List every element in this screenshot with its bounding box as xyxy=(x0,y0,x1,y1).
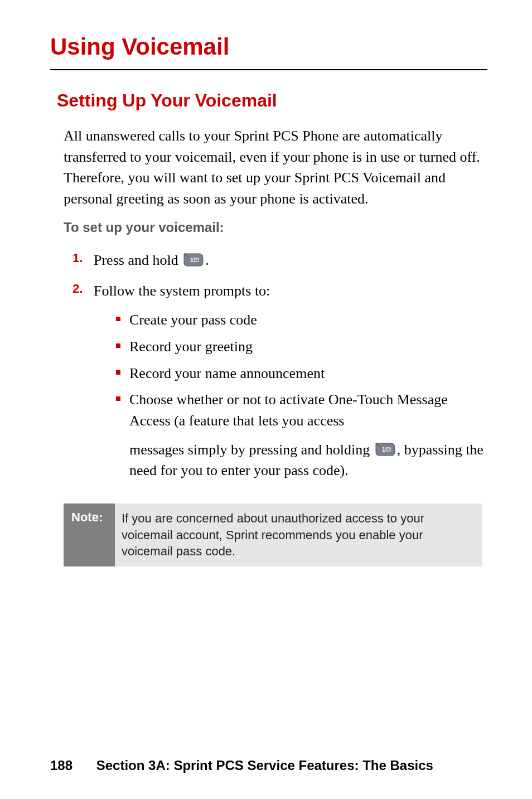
bullet-4-sub: messages simply by pressing and holding … xyxy=(129,439,487,481)
bullet-1: Create your pass code xyxy=(116,309,487,331)
step-1-text-pre: Press and hold xyxy=(94,252,182,268)
intro-paragraph: All unanswered calls to your Sprint PCS … xyxy=(64,125,482,210)
step-1-content: Press and hold 1 . xyxy=(94,250,487,271)
step-2-text: Follow the system prompts to: xyxy=(94,283,270,299)
step-1-number: 1. xyxy=(72,250,94,271)
note-label: Note: xyxy=(64,503,115,566)
bullet-4-text: Choose whether or not to activate One-To… xyxy=(129,389,487,481)
bullet-2-text: Record your greeting xyxy=(129,336,487,357)
bullet-1-text: Create your pass code xyxy=(129,309,487,331)
bullet-4: Choose whether or not to activate One-To… xyxy=(116,389,487,481)
bullet-3-text: Record your name announcement xyxy=(129,363,487,384)
setup-steps: 1. Press and hold 1 . 2. Follow the syst… xyxy=(72,250,487,487)
page-title: Using Voicemail xyxy=(50,33,487,70)
setup-subheading: To set up your voicemail: xyxy=(64,220,487,235)
step-2-number: 2. xyxy=(72,280,94,487)
step-2-content: Follow the system prompts to: Create you… xyxy=(94,280,487,487)
bullet-square-icon xyxy=(116,370,120,375)
key-1-icon: 1 xyxy=(375,442,396,456)
page-footer: 188 Section 3A: Sprint PCS Service Featu… xyxy=(50,758,433,773)
step-1: 1. Press and hold 1 . xyxy=(72,250,487,271)
bullet-4-sub-pre: messages simply by pressing and holding xyxy=(129,442,374,458)
section-title: Setting Up Your Voicemail xyxy=(57,90,487,111)
bullet-square-icon xyxy=(116,317,120,321)
note-box: Note: If you are concerned about unautho… xyxy=(64,503,482,566)
key-1-icon: 1 xyxy=(183,252,204,267)
bullet-square-icon xyxy=(116,343,120,348)
step-2: 2. Follow the system prompts to: Create … xyxy=(72,280,487,487)
step-2-bullets: Create your pass code Record your greeti… xyxy=(116,309,487,481)
bullet-4-line1: Choose whether or not to activate One-To… xyxy=(129,391,448,429)
svg-text:1: 1 xyxy=(382,446,385,453)
step-1-text-post: . xyxy=(205,252,209,268)
page-number: 188 xyxy=(50,758,72,773)
footer-section-text: Section 3A: Sprint PCS Service Features:… xyxy=(96,758,433,773)
bullet-3: Record your name announcement xyxy=(116,363,487,384)
bullet-square-icon xyxy=(116,396,120,401)
note-text: If you are concerned about unauthorized … xyxy=(115,503,482,566)
svg-text:1: 1 xyxy=(190,256,194,263)
bullet-2: Record your greeting xyxy=(116,336,487,357)
